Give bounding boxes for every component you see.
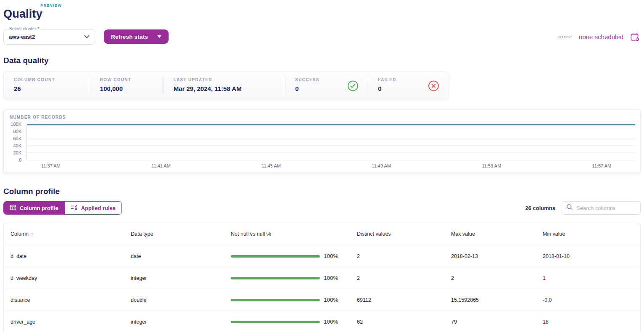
column-profile-heading: Column profile	[3, 187, 641, 196]
quality-page: PREVIEW Quality Select cluster * aws-eas…	[0, 0, 644, 335]
header-label: Max value	[451, 231, 475, 237]
cell-max-value: 2018-02-13	[451, 253, 543, 259]
cell-distinct-values: 2	[357, 253, 451, 259]
stat-success: SUCCESS 0	[285, 72, 368, 100]
stats-card: COLUMN COUNT 26 ROW COUNT 100,000 LAST U…	[3, 72, 449, 100]
header-column[interactable]: Column ↑	[11, 231, 131, 237]
tab-applied-rules[interactable]: Applied rules	[64, 202, 121, 214]
cell-not-null: 100%	[231, 275, 357, 281]
gridline	[27, 131, 635, 131]
stat-last-updated: LAST UPDATED Mar 29, 2024, 11:58 AM	[164, 72, 285, 100]
not-null-bar	[231, 277, 320, 279]
cell-data-type: integer	[131, 275, 231, 281]
header-not-null[interactable]: Not null vs null %	[231, 231, 357, 237]
not-null-percent: 100%	[324, 319, 338, 325]
stat-value: Mar 29, 2024, 11:58 AM	[174, 85, 275, 92]
column-profile-toolbar: Column profile Applied rules 26 columns	[3, 201, 641, 215]
rules-check-icon	[71, 204, 78, 212]
not-null-bar	[231, 299, 320, 301]
y-tick-label: 80K	[13, 129, 21, 134]
header-label: Min value	[543, 231, 565, 237]
table-body: d_date date 100% 2 2018-02-13 2018-01-10…	[4, 245, 640, 332]
search-icon	[566, 204, 573, 212]
cell-column: distance	[11, 297, 131, 303]
header-label: Data type	[131, 231, 153, 237]
not-null-percent: 100%	[324, 275, 338, 281]
not-null-bar	[231, 321, 320, 323]
cluster-select-value: aws-east2	[9, 34, 35, 40]
x-tick-label: 11:41 AM	[151, 163, 171, 168]
cell-column: d_date	[11, 253, 131, 259]
sort-asc-icon: ↑	[31, 231, 34, 237]
cell-max-value: 15.1592865	[451, 297, 543, 303]
cell-min-value: 1	[543, 275, 640, 281]
cell-max-value: 2	[451, 275, 543, 281]
chart-x-axis: 11:37 AM11:41 AM11:45 AM11:49 AM11:53 AM…	[26, 160, 635, 170]
stat-column-count: COLUMN COUNT 26	[4, 72, 90, 100]
y-tick-label: 40K	[13, 143, 21, 148]
page-header: PREVIEW Quality	[3, 0, 641, 23]
table-row[interactable]: driver_age integer 100% 62 79 18	[4, 311, 640, 332]
stat-label: COLUMN COUNT	[14, 77, 80, 82]
toolbar: Select cluster * aws-east2 Refresh stats…	[3, 29, 641, 45]
stat-value: 26	[14, 85, 80, 92]
cell-not-null: 100%	[231, 253, 357, 259]
tab-column-profile[interactable]: Column profile	[4, 202, 64, 214]
x-tick-label: 11:45 AM	[261, 163, 281, 168]
records-line-series	[27, 124, 635, 160]
stat-label: ROW COUNT	[100, 77, 153, 82]
cell-distinct-values: 62	[357, 319, 451, 325]
refresh-stats-button[interactable]: Refresh stats	[104, 29, 169, 44]
tab-label: Column profile	[20, 205, 58, 211]
chevron-down-icon	[84, 35, 90, 39]
stat-failed: FAILED 0	[368, 72, 449, 100]
cell-max-value: 79	[451, 319, 543, 325]
jobs-value: none scheduled	[579, 33, 623, 40]
cell-min-value: 18	[543, 319, 640, 325]
y-tick-label: 20K	[13, 150, 21, 155]
gridline	[27, 152, 635, 153]
table-row[interactable]: d_date date 100% 2 2018-02-13 2018-01-10	[4, 245, 640, 267]
table-header-row: Column ↑ Data type Not null vs null % Di…	[4, 223, 640, 245]
stat-value: 100,000	[100, 85, 153, 92]
cell-data-type: double	[131, 297, 231, 303]
x-tick-label: 11:37 AM	[41, 163, 61, 168]
header-label: Not null vs null %	[231, 231, 271, 237]
header-label: Distinct values	[357, 231, 391, 237]
search-columns-box	[562, 201, 641, 215]
header-min-value[interactable]: Min value	[543, 231, 640, 237]
jobs-status: JOBS: none scheduled	[557, 32, 641, 41]
table-row[interactable]: d_weekday integer 100% 2 2 1	[4, 267, 640, 289]
header-distinct-values[interactable]: Distinct values	[357, 231, 451, 237]
gridline	[27, 145, 635, 146]
records-chart-card: NUMBER OF RECORDS 100K80K60K40K20K0 11:3…	[3, 109, 641, 173]
cluster-select-label: Select cluster *	[8, 27, 41, 31]
x-tick-label: 11:53 AM	[482, 163, 501, 168]
preview-badge: PREVIEW	[40, 3, 62, 8]
header-max-value[interactable]: Max value	[451, 231, 543, 237]
cell-data-type: date	[131, 253, 231, 259]
chart-plot-area	[26, 124, 635, 160]
stat-row-count: ROW COUNT 100,000	[90, 72, 164, 100]
cell-min-value: 2018-01-10	[543, 253, 640, 259]
columns-count: 26 columns	[525, 205, 555, 211]
table-grid-icon	[10, 204, 16, 212]
schedule-calendar-icon[interactable]	[630, 32, 639, 41]
y-tick-label: 100K	[11, 122, 21, 127]
not-null-bar	[231, 255, 320, 258]
cell-column: d_weekday	[11, 275, 131, 281]
cell-column: driver_age	[11, 319, 131, 325]
tab-label: Applied rules	[81, 205, 116, 211]
x-circle-icon	[428, 80, 439, 92]
chart-y-axis: 100K80K60K40K20K0	[4, 124, 26, 160]
profile-right-group: 26 columns	[525, 201, 641, 215]
gridline	[27, 124, 635, 124]
header-data-type[interactable]: Data type	[131, 231, 231, 237]
stat-label: LAST UPDATED	[174, 77, 275, 82]
cell-min-value: -0.0	[543, 297, 640, 303]
search-columns-input[interactable]	[576, 205, 636, 211]
x-tick-label: 11:57 AM	[592, 163, 612, 168]
cluster-select[interactable]: Select cluster * aws-east2	[3, 29, 95, 45]
data-quality-heading: Data quality	[3, 56, 641, 65]
table-row[interactable]: distance double 100% 69112 15.1592865 -0…	[4, 289, 640, 311]
